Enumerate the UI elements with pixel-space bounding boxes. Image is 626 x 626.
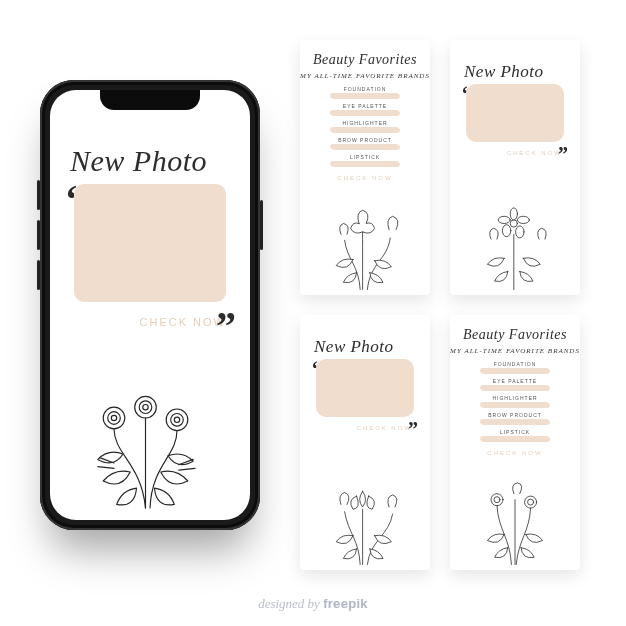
list-item: BROW PRODUCT [330, 137, 400, 150]
item-label: EYE PALETTE [493, 378, 537, 384]
list-item: LIPSTICK [480, 429, 550, 442]
quote-close-icon: ” [408, 423, 418, 435]
card-title: New Photo [464, 40, 580, 82]
item-label: FOUNDATION [494, 361, 537, 367]
quote-close-icon: ” [558, 148, 568, 160]
list-item: HIGHLIGHTER [480, 395, 550, 408]
thumb-1[interactable]: Beauty FavoritesMY ALL-TIME FAVORITE BRA… [300, 40, 430, 295]
list-item: EYE PALETTE [480, 378, 550, 391]
item-label: LIPSTICK [500, 429, 530, 435]
brush-stroke-icon [330, 93, 400, 99]
list-item: FOUNDATION [480, 361, 550, 374]
attribution: designed by freepik [0, 596, 626, 612]
svg-point-22 [528, 499, 534, 505]
item-label: HIGHLIGHTER [342, 120, 387, 126]
item-label: FOUNDATION [344, 86, 387, 92]
story-card-new-photo: New Photo “ ” CHECK NOW [50, 90, 250, 520]
thumb-3[interactable]: New Photo“”CHECK NOW [300, 315, 430, 570]
phone-mockup: New Photo “ ” CHECK NOW [40, 80, 260, 530]
floral-illustration [300, 200, 430, 295]
svg-point-20 [494, 497, 500, 503]
photo-placeholder[interactable] [316, 359, 415, 417]
floral-illustration [300, 475, 430, 570]
cta-label[interactable]: CHECK NOW [450, 450, 580, 456]
floral-illustration [450, 475, 580, 570]
stage: New Photo “ ” CHECK NOW [0, 0, 626, 626]
item-label: BROW PRODUCT [338, 137, 392, 143]
svg-line-10 [98, 467, 114, 469]
credit-brand: freepik [323, 596, 368, 611]
svg-point-2 [111, 415, 116, 420]
photo-placeholder[interactable] [466, 84, 565, 142]
favorites-list: FOUNDATION EYE PALETTE HIGHLIGHTER BROW … [300, 86, 430, 167]
credit-prefix: designed by [258, 596, 323, 611]
item-label: EYE PALETTE [343, 103, 387, 109]
card-subtitle: MY ALL-TIME FAVORITE BRANDS [300, 72, 430, 80]
list-item: EYE PALETTE [330, 103, 400, 116]
svg-point-14 [510, 208, 517, 220]
svg-point-17 [502, 225, 510, 237]
brush-stroke-icon [330, 144, 400, 150]
brush-stroke-icon [480, 402, 550, 408]
svg-line-12 [179, 468, 195, 470]
brush-stroke-icon [480, 436, 550, 442]
quote-close-icon: ” [216, 314, 236, 338]
list-item: FOUNDATION [330, 86, 400, 99]
svg-point-18 [498, 216, 510, 223]
card-subtitle: MY ALL-TIME FAVORITE BRANDS [450, 347, 580, 355]
card-title: Beauty Favorites [450, 315, 580, 343]
card-title: New Photo [314, 315, 430, 357]
list-item: LIPSTICK [330, 154, 400, 167]
brush-stroke-icon [330, 161, 400, 167]
cta-label[interactable]: CHECK NOW [300, 175, 430, 181]
phone-notch [100, 90, 200, 110]
svg-point-16 [516, 226, 524, 238]
brush-stroke-icon [480, 385, 550, 391]
list-item: BROW PRODUCT [480, 412, 550, 425]
list-item: HIGHLIGHTER [330, 120, 400, 133]
svg-point-8 [174, 417, 179, 422]
brush-stroke-icon [480, 368, 550, 374]
brush-stroke-icon [480, 419, 550, 425]
brush-stroke-icon [330, 110, 400, 116]
svg-point-15 [517, 216, 529, 223]
item-label: BROW PRODUCT [488, 412, 542, 418]
brush-stroke-icon [330, 127, 400, 133]
svg-point-13 [510, 220, 517, 227]
thumb-2[interactable]: New Photo“”CHECK NOW [450, 40, 580, 295]
item-label: HIGHLIGHTER [492, 395, 537, 401]
card-title: Beauty Favorites [300, 40, 430, 68]
favorites-list: FOUNDATION EYE PALETTE HIGHLIGHTER BROW … [450, 361, 580, 442]
item-label: LIPSTICK [350, 154, 380, 160]
photo-placeholder[interactable] [74, 184, 226, 302]
floral-illustration [450, 200, 580, 295]
floral-illustration [50, 370, 250, 520]
thumb-4[interactable]: Beauty FavoritesMY ALL-TIME FAVORITE BRA… [450, 315, 580, 570]
thumbnail-grid: Beauty FavoritesMY ALL-TIME FAVORITE BRA… [300, 40, 600, 570]
svg-point-5 [143, 405, 148, 410]
